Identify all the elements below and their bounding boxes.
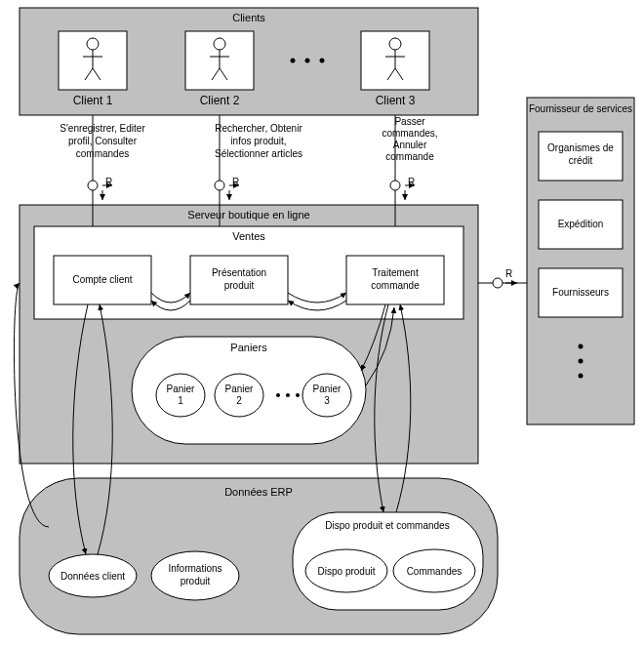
providers-title: Fournisseur de services	[529, 103, 632, 114]
svg-text:2: 2	[236, 395, 242, 406]
svg-text:Panier: Panier	[225, 384, 255, 394]
diagram-canvas: Clients Client 1 Client 2 Client 3 S	[0, 0, 644, 646]
carts-title: Paniers	[230, 342, 267, 353]
svg-text:Passer: Passer	[394, 116, 425, 127]
svg-text:Organismes de: Organismes de	[547, 142, 614, 153]
svg-text:infos produit,: infos produit,	[230, 136, 286, 146]
svg-text:1: 1	[178, 395, 183, 406]
svg-text:commandes: commandes	[76, 148, 129, 159]
svg-point-61	[579, 374, 584, 379]
svg-point-49	[296, 393, 300, 397]
svg-text:3: 3	[324, 395, 330, 406]
message-2: Rechercher, Obtenir infos produit, Sélec…	[215, 123, 302, 159]
svg-point-48	[286, 393, 290, 397]
actor-label-3: Client 3	[376, 94, 416, 107]
component-label-3a: Traitement	[372, 267, 419, 278]
svg-point-59	[579, 344, 584, 349]
svg-point-47	[276, 393, 280, 397]
svg-point-36	[215, 181, 224, 190]
svg-text:Panier: Panier	[313, 384, 342, 394]
svg-text:Informations: Informations	[168, 563, 221, 574]
component-label-2a: Présentation	[212, 267, 266, 278]
svg-point-12	[291, 59, 296, 63]
svg-text:commande: commande	[385, 151, 434, 162]
actor-label-1: Client 1	[73, 94, 113, 107]
message-3: Passer commandes, Annuler commande	[382, 116, 437, 162]
port-1: R	[88, 177, 112, 200]
svg-point-60	[579, 359, 584, 364]
erp-dispo-title: Dispo produit et commandes	[325, 520, 449, 531]
message-1: S'enregistrer, Editer profil, Consulter …	[60, 123, 145, 159]
svg-text:profil, Consulter: profil, Consulter	[68, 136, 138, 146]
svg-text:produit: produit	[181, 576, 211, 586]
svg-point-13	[305, 59, 310, 63]
component-label-2b: produit	[224, 280, 255, 291]
component-label-1: Compte client	[72, 274, 132, 285]
component-label-3b: commande	[371, 280, 420, 291]
svg-text:Rechercher, Obtenir: Rechercher, Obtenir	[215, 123, 302, 134]
port-providers	[493, 278, 503, 288]
svg-text:Annuler: Annuler	[393, 140, 427, 150]
svg-point-14	[320, 59, 325, 63]
svg-text:Données client: Données client	[60, 571, 125, 582]
svg-text:commandes,: commandes,	[382, 128, 437, 139]
svg-text:Dispo produit: Dispo produit	[318, 566, 376, 577]
svg-text:Sélectionner articles: Sélectionner articles	[215, 148, 302, 159]
svg-text:Commandes: Commandes	[407, 566, 463, 577]
server-title: Serveur boutique en ligne	[187, 209, 309, 221]
svg-text:Expédition: Expédition	[558, 219, 604, 229]
svg-text:crédit: crédit	[569, 155, 593, 166]
svg-text:Fournisseurs: Fournisseurs	[552, 287, 609, 298]
port-2: R	[215, 177, 239, 200]
sales-title: Ventes	[232, 230, 265, 242]
svg-text:S'enregistrer, Editer: S'enregistrer, Editer	[60, 123, 145, 134]
clients-title: Clients	[232, 12, 265, 23]
svg-text:R: R	[505, 268, 512, 279]
actor-label-2: Client 2	[200, 94, 240, 107]
erp-title: Données ERP	[224, 486, 293, 498]
svg-point-38	[390, 181, 400, 190]
port-3: R	[390, 177, 415, 200]
svg-text:Panier: Panier	[167, 384, 196, 394]
svg-point-34	[88, 181, 98, 190]
